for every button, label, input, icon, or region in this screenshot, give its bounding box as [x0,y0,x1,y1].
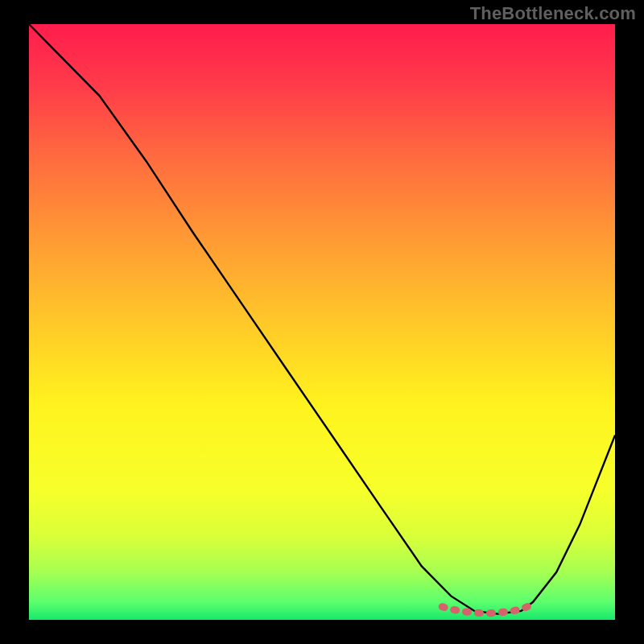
chart-frame: TheBottleneck.com [0,0,644,644]
plot-background [29,24,615,620]
watermark-text: TheBottleneck.com [470,3,636,24]
bottleneck-chart [0,0,644,644]
